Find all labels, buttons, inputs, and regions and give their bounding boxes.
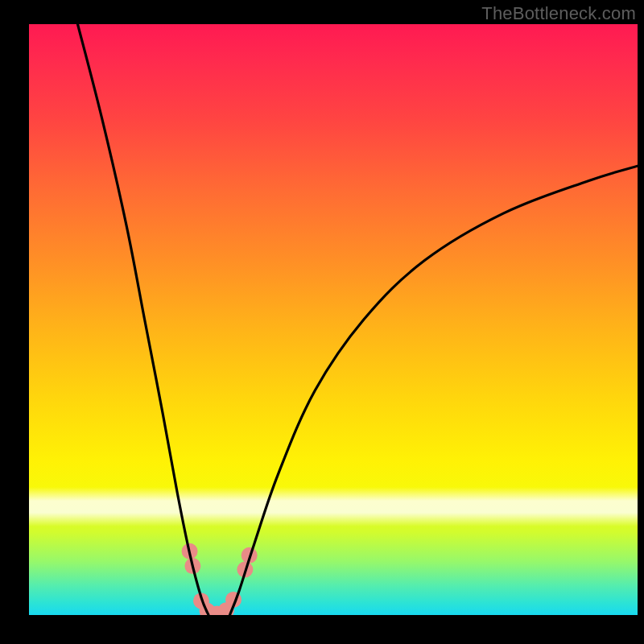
series-left-branch [77, 24, 208, 615]
watermark-text: TheBottleneck.com [481, 3, 636, 24]
chart-svg [29, 24, 638, 615]
marker-layer [182, 543, 258, 615]
plot-area [29, 24, 638, 615]
line-layer [77, 24, 638, 615]
series-right-branch [229, 166, 638, 615]
chart-frame: TheBottleneck.com [0, 0, 644, 644]
